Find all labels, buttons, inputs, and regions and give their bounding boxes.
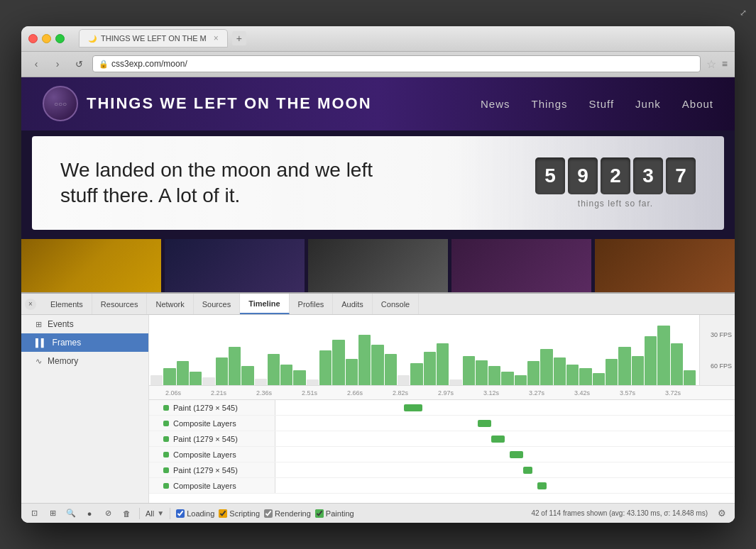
- bar-group: [216, 315, 228, 385]
- thumbnail-3[interactable]: [308, 239, 448, 292]
- filter-painting-checkbox[interactable]: [315, 509, 324, 518]
- record-segment-2: [478, 420, 491, 427]
- record-dot-2: [163, 421, 169, 426]
- record-label-4: Composite Layers: [149, 447, 275, 462]
- filter-loading-label[interactable]: Loading: [176, 509, 214, 518]
- bar-group: [515, 315, 527, 385]
- hero-text: We landed on the moon and we left stuff …: [60, 157, 373, 209]
- record-segment-4: [510, 451, 523, 458]
- tab-profiles[interactable]: Profiles: [290, 294, 334, 314]
- footer-btn-dock[interactable]: ⊡: [27, 506, 41, 521]
- filter-scripting-checkbox[interactable]: [219, 509, 227, 518]
- frames-icon: ▌▌: [35, 338, 47, 347]
- nav-news[interactable]: News: [481, 98, 510, 110]
- record-bar-area-4: [275, 447, 735, 462]
- bar-group: [540, 315, 552, 385]
- footer-divider-1: [139, 508, 140, 519]
- record-row-3: Paint (1279 × 545): [149, 431, 735, 447]
- bar-group: [684, 315, 696, 385]
- tab-resources[interactable]: Resources: [92, 294, 148, 314]
- record-text-5: Paint (1279 × 545): [173, 466, 238, 475]
- tab-sources[interactable]: Sources: [194, 294, 240, 314]
- record-label-5: Paint (1279 × 545): [149, 462, 275, 477]
- footer-btn-record[interactable]: ●: [82, 506, 97, 521]
- filter-dropdown-icon[interactable]: ▼: [157, 509, 164, 517]
- bar-group: [398, 315, 410, 385]
- menu-button[interactable]: ≡: [722, 58, 728, 70]
- tab-elements[interactable]: Elements: [42, 294, 92, 314]
- bar-group: [463, 315, 475, 385]
- digit-1: 5: [535, 157, 565, 194]
- bar-group: [358, 315, 371, 385]
- filter-scripting-label[interactable]: Scripting: [219, 509, 260, 518]
- filter-rendering-label[interactable]: Rendering: [264, 509, 311, 518]
- sidebar-item-frames[interactable]: ▌▌ Frames: [21, 333, 148, 352]
- thumbnail-2[interactable]: [165, 239, 305, 292]
- forward-button[interactable]: ›: [50, 56, 65, 72]
- thumbnail-1[interactable]: [21, 239, 161, 292]
- timeline-ruler: 2.06s 2.21s 2.36s 2.51s 2.66s 2.82s 2.97…: [149, 386, 735, 400]
- record-bar-area-6: [275, 478, 735, 493]
- record-bar-area-3: [275, 431, 735, 446]
- record-label-2: Composite Layers: [149, 416, 275, 431]
- record-dot-6: [163, 483, 169, 489]
- tab-console[interactable]: Console: [373, 294, 419, 314]
- site-menu: News Things Stuff Junk About: [481, 98, 713, 110]
- maximize-button[interactable]: [55, 34, 65, 43]
- ruler-mark-12: 3.72s: [650, 389, 696, 396]
- nav-stuff[interactable]: Stuff: [589, 98, 615, 110]
- bar-group: [579, 315, 591, 385]
- tab-audits[interactable]: Audits: [333, 294, 373, 314]
- reload-button[interactable]: ↺: [71, 56, 87, 72]
- settings-gear-button[interactable]: ⚙: [715, 506, 729, 521]
- bar-group: [280, 315, 292, 385]
- record-bar-area-5: [275, 462, 735, 477]
- thumbnail-5[interactable]: [595, 239, 735, 292]
- thumbnail-4[interactable]: [451, 239, 591, 292]
- back-button[interactable]: ‹: [28, 56, 44, 72]
- bookmark-button[interactable]: ☆: [706, 57, 716, 71]
- tab-close-button[interactable]: ×: [214, 33, 219, 43]
- footer-btn-console[interactable]: ⊞: [45, 506, 60, 521]
- bar-group: [593, 315, 605, 385]
- sidebar-item-memory[interactable]: ∿ Memory: [21, 352, 148, 370]
- digit-2: 9: [568, 157, 598, 194]
- filter-painting-label[interactable]: Painting: [315, 509, 354, 518]
- bar-group: [385, 315, 397, 385]
- nav-about[interactable]: About: [682, 98, 713, 110]
- active-tab[interactable]: 🌙 THINGS WE LEFT ON THE M ×: [79, 29, 228, 48]
- nav-junk[interactable]: Junk: [635, 98, 661, 110]
- website-content: THINGS WE LEFT ON THE MOON News Things S…: [21, 77, 735, 293]
- site-title: THINGS WE LEFT ON THE MOON: [87, 94, 372, 113]
- bar-group: [229, 315, 241, 385]
- record-text-4: Composite Layers: [173, 450, 236, 459]
- tab-network[interactable]: Network: [147, 294, 193, 314]
- bar-group: [424, 315, 436, 385]
- nav-things[interactable]: Things: [531, 98, 567, 110]
- tab-timeline[interactable]: Timeline: [240, 294, 289, 314]
- bar-group: [371, 315, 383, 385]
- record-segment-1: [404, 404, 422, 411]
- record-label-6: Composite Layers: [149, 478, 275, 493]
- record-segment-5: [523, 467, 532, 474]
- ruler-mark-4: 2.51s: [287, 389, 332, 396]
- footer-btn-stop[interactable]: ⊘: [101, 506, 115, 521]
- bar-group: [255, 315, 267, 385]
- filter-loading-checkbox[interactable]: [176, 509, 185, 518]
- footer-btn-search[interactable]: 🔍: [64, 506, 78, 521]
- url-bar[interactable]: 🔒 css3exp.com/moon/: [92, 55, 701, 72]
- minimize-button[interactable]: [42, 34, 51, 43]
- new-tab-button[interactable]: +: [232, 31, 246, 45]
- close-button[interactable]: [28, 34, 38, 43]
- footer-divider-2: [170, 508, 170, 519]
- sidebar-item-events[interactable]: ⊞ Events: [21, 315, 148, 333]
- record-row-4: Composite Layers: [149, 447, 735, 462]
- devtools-close-button[interactable]: ×: [25, 299, 36, 310]
- bar-group: [476, 315, 488, 385]
- filter-rendering-checkbox[interactable]: [264, 509, 273, 518]
- bar-group: [241, 315, 253, 385]
- bar-group: [332, 315, 344, 385]
- address-bar: ‹ › ↺ 🔒 css3exp.com/moon/ ☆ ≡: [21, 52, 735, 77]
- footer-btn-clear[interactable]: 🗑: [119, 506, 133, 521]
- ruler-mark-7: 2.97s: [423, 389, 469, 396]
